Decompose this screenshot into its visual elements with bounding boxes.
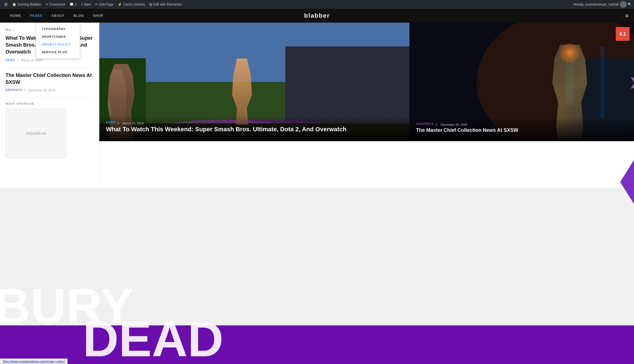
slide-1-overlay: NEWS // March 16, 2019 What To Watch Thi… bbox=[99, 115, 409, 141]
sidebar-meta-2: GRAPHICS // December 28, 2018 bbox=[6, 89, 94, 92]
sidebar-slash-1: // bbox=[17, 58, 19, 62]
nav-about[interactable]: ABOUT bbox=[47, 9, 69, 23]
sidebar-divider bbox=[6, 67, 94, 68]
cache-icon: ⚡ bbox=[118, 2, 122, 6]
main-navigation: HOME PAGES ABOUT BLOG SHOP blabber ≡ TYP… bbox=[0, 9, 634, 23]
site-logo[interactable]: blabber bbox=[304, 12, 330, 19]
sidebar-divider-2 bbox=[6, 97, 94, 98]
wordpress-icon: ⊞ bbox=[4, 2, 8, 7]
nav-shop[interactable]: SHOP bbox=[88, 9, 108, 23]
purple-arrow-decoration bbox=[620, 160, 634, 188]
slide-secondary[interactable]: 4.1 bbox=[409, 23, 634, 141]
dropdown-privacy-policy[interactable]: PRIVACY POLICY bbox=[36, 41, 80, 48]
admin-wp-icon[interactable]: ⊞ bbox=[2, 0, 10, 9]
admin-howdy: Howdy, youtubesetups_har0a6 bbox=[573, 2, 619, 6]
site-icon: 🏠 bbox=[12, 2, 16, 6]
content-wrapper: MO... What To Watch This Weekend: Super … bbox=[0, 23, 634, 188]
admin-cache[interactable]: ⚡ Cache (Active) bbox=[116, 0, 147, 9]
slide-2-title: The Master Chief Collection News At SXSW bbox=[416, 127, 627, 133]
admin-site-name[interactable]: 🏠 Gaming Blabber bbox=[10, 0, 44, 9]
slide-1-date: March 16, 2019 bbox=[122, 122, 143, 125]
nav-pages[interactable]: PAGES bbox=[25, 9, 47, 23]
main-content: NEWS // March 16, 2019 What To Watch Thi… bbox=[99, 23, 634, 188]
edit-icon: ✏ bbox=[95, 2, 98, 6]
featured-slider: NEWS // March 16, 2019 What To Watch Thi… bbox=[99, 23, 634, 141]
slide-1-meta: NEWS // March 16, 2019 bbox=[106, 121, 403, 125]
admin-bar: ⊞ 🏠 Gaming Blabber ✏ Customize 💬 1 + New… bbox=[0, 0, 634, 9]
admin-avatar bbox=[620, 1, 627, 8]
ad-box: 300x250 Ad bbox=[6, 109, 66, 158]
helmet-glow bbox=[560, 43, 579, 63]
sidebar-sponsor-label: MAIN SPONSOR bbox=[6, 102, 94, 105]
admin-customize[interactable]: ✏ Customize bbox=[44, 0, 68, 9]
nav-blog[interactable]: BLOG bbox=[69, 9, 89, 23]
svg-rect-11 bbox=[600, 46, 605, 117]
hamburger-menu[interactable]: ≡ bbox=[625, 13, 628, 19]
slide-2-meta: GRAPHICS // December 28, 2018 bbox=[416, 122, 627, 127]
pages-dropdown: TYPOGRAPHY SHORTCODES PRIVACY POLICY SER… bbox=[36, 23, 80, 58]
search-icon[interactable]: 🔍 bbox=[628, 2, 632, 6]
dropdown-shortcodes[interactable]: SHORTCODES bbox=[36, 33, 80, 41]
sidebar-meta-1: NEWS // March 16, 2019 bbox=[6, 58, 94, 62]
nav-links: HOME PAGES ABOUT BLOG SHOP bbox=[6, 9, 108, 23]
admin-comments[interactable]: 💬 1 bbox=[67, 0, 79, 9]
sidebar-article-title-2: The Master Chief Collection News At SXSW bbox=[6, 72, 94, 86]
slide-1-tag[interactable]: NEWS bbox=[106, 121, 116, 124]
sidebar-date-2: December 28, 2018 bbox=[28, 89, 55, 92]
slide-main[interactable]: NEWS // March 16, 2019 What To Watch Thi… bbox=[99, 23, 409, 141]
slide-2-date: December 28, 2018 bbox=[441, 123, 467, 126]
slide-2-tag[interactable]: GRAPHICS bbox=[416, 122, 434, 125]
sidebar-tag-1[interactable]: NEWS bbox=[6, 58, 15, 61]
dropdown-typography[interactable]: TYPOGRAPHY bbox=[36, 25, 80, 33]
comments-icon: 💬 bbox=[70, 2, 74, 6]
elementor-icon: ▤ bbox=[149, 2, 152, 6]
sidebar-date-1: March 16, 2019 bbox=[21, 58, 42, 62]
admin-bar-right: Howdy, youtubesetups_har0a6 🔍 bbox=[573, 1, 632, 8]
customize-icon: ✏ bbox=[46, 2, 49, 6]
admin-edit-elementor[interactable]: ▤ Edit with Elementor bbox=[147, 0, 184, 9]
slider-next-arrow[interactable]: ❯ bbox=[629, 76, 634, 88]
plus-icon: + bbox=[81, 2, 83, 6]
sidebar-slash-2: // bbox=[25, 89, 26, 92]
sidebar-tag-2[interactable]: GRAPHICS bbox=[6, 89, 22, 92]
dropdown-service-plus[interactable]: SERVICE PLUS bbox=[36, 48, 80, 56]
admin-edit-page[interactable]: ✏ Edit Page bbox=[93, 0, 116, 9]
slide-1-title: What To Watch This Weekend: Super Smash … bbox=[106, 125, 403, 133]
rating-badge: 4.1 bbox=[616, 27, 630, 41]
admin-new[interactable]: + New bbox=[79, 0, 93, 9]
slide-2-overlay: GRAPHICS // December 28, 2018 The Master… bbox=[409, 117, 634, 141]
nav-home[interactable]: HOME bbox=[6, 9, 25, 23]
